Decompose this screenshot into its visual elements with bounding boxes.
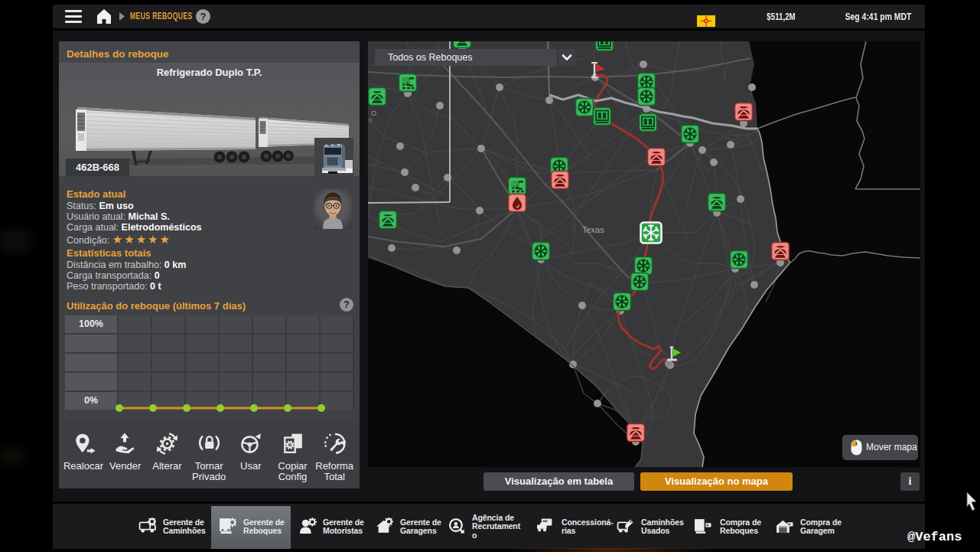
svg-text:Texas: Texas [582,225,604,234]
svg-text:O: O [371,109,376,117]
svg-text:0: 0 [369,117,373,124]
